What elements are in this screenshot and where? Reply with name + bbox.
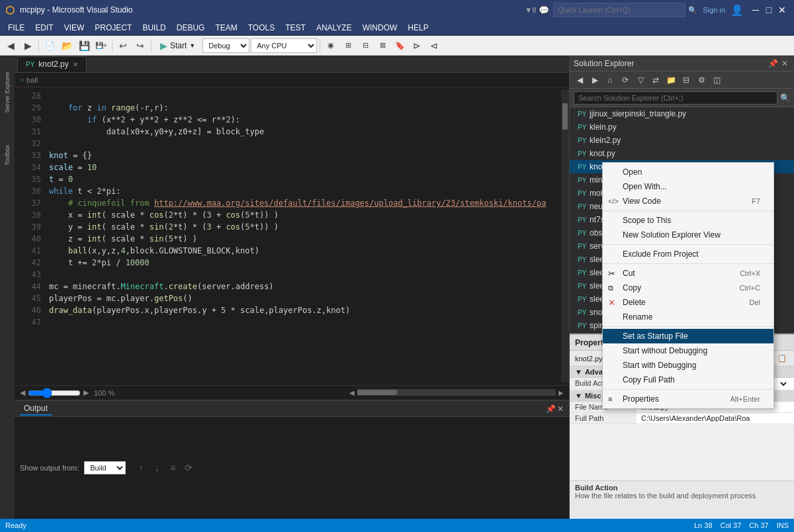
- se-collapse-button[interactable]: ⊟: [679, 73, 693, 87]
- menu-analyze[interactable]: ANALYZE: [311, 20, 357, 36]
- list-item[interactable]: PY jjinux_sierpinski_triangle.py: [570, 107, 794, 120]
- minimize-button[interactable]: ─: [749, 3, 762, 17]
- menu-team[interactable]: TEAM: [210, 20, 242, 36]
- new-file-button[interactable]: 📄: [42, 38, 58, 53]
- menu-project[interactable]: PROJECT: [89, 20, 137, 36]
- se-search-input[interactable]: [574, 91, 777, 105]
- cm-item-exclude[interactable]: Exclude From Project: [603, 247, 773, 261]
- cm-item-open[interactable]: Open: [603, 165, 773, 179]
- close-button[interactable]: ✕: [775, 3, 789, 17]
- code-content[interactable]: for z in range(-r,r): if (x**2 + y**2 + …: [44, 90, 561, 382]
- breakpoints-button[interactable]: ◉: [323, 38, 339, 53]
- output-btn-2[interactable]: ↓: [150, 461, 164, 474]
- se-files-button[interactable]: 📁: [664, 73, 678, 87]
- se-close-button[interactable]: ✕: [779, 58, 790, 69]
- copy-label: Copy: [623, 283, 641, 292]
- output-btn-1[interactable]: ↑: [134, 461, 148, 474]
- zoom-in-button[interactable]: ▶: [83, 388, 89, 397]
- menu-build[interactable]: BUILD: [137, 20, 171, 36]
- toolbar-btn-5[interactable]: ⊞: [340, 38, 356, 53]
- cm-item-rename[interactable]: Rename: [603, 310, 773, 324]
- start-button[interactable]: ▶ Start ▼: [154, 39, 201, 52]
- toolbox-label[interactable]: Toolbox: [3, 142, 12, 168]
- se-filter-button[interactable]: ▽: [633, 73, 648, 87]
- config-select[interactable]: Debug Release: [202, 38, 249, 53]
- se-sync-button[interactable]: ⇄: [648, 73, 663, 87]
- quick-launch-input[interactable]: [553, 3, 685, 17]
- toolbar-btn-8[interactable]: ⊳: [409, 38, 425, 53]
- menu-window[interactable]: WINDOW: [357, 20, 403, 36]
- h-scrollbar-thumb[interactable]: [357, 390, 397, 395]
- scrollbar-thumb[interactable]: [562, 103, 568, 130]
- zoom-control[interactable]: ◀ ▶ 100 %: [20, 388, 114, 398]
- cm-item-cut[interactable]: ✂ Cut Ctrl+X: [603, 266, 773, 281]
- toolbar-btn-6[interactable]: ⊟: [357, 38, 373, 53]
- cm-item-view-code[interactable]: </> View Code F7: [603, 194, 773, 208]
- py-file-icon: PY: [578, 216, 587, 224]
- maximize-button[interactable]: □: [762, 3, 775, 17]
- h-scrollbar-track[interactable]: [357, 389, 556, 396]
- platform-select[interactable]: Any CPU: [251, 38, 317, 53]
- section-label: Misc: [585, 392, 601, 400]
- save-button[interactable]: 💾: [76, 38, 92, 53]
- menu-tools[interactable]: TOOLS: [243, 20, 280, 36]
- save-all-button[interactable]: 💾+: [93, 38, 109, 53]
- toolbar-btn-9[interactable]: ⊲: [426, 38, 442, 53]
- output-source-select[interactable]: Build Debug: [84, 461, 126, 474]
- cm-item-copy-full-path[interactable]: Copy Full Path: [603, 373, 773, 387]
- menu-help[interactable]: HELP: [402, 20, 433, 36]
- output-close-button[interactable]: ✕: [557, 404, 564, 414]
- se-pin-button[interactable]: 📌: [768, 58, 778, 69]
- scroll-left-button[interactable]: ◀: [349, 389, 355, 396]
- cm-item-properties[interactable]: ≡ Properties Alt+Enter: [603, 392, 773, 406]
- cm-item-set-startup[interactable]: Set as Startup File: [603, 329, 773, 343]
- forward-button[interactable]: ▶: [20, 38, 36, 53]
- menu-test[interactable]: TEST: [280, 20, 311, 36]
- se-refresh-button[interactable]: ⟳: [618, 73, 633, 87]
- prop-pages-btn[interactable]: 📋: [775, 353, 789, 365]
- tab-close-icon[interactable]: ✕: [73, 61, 78, 68]
- separator-3: [151, 39, 152, 52]
- list-item[interactable]: PY klein2.py: [570, 134, 794, 147]
- cm-item-new-se-view[interactable]: New Solution Explorer View: [603, 228, 773, 242]
- se-properties-button[interactable]: ⚙: [694, 73, 709, 87]
- scroll-right-button[interactable]: ▶: [558, 389, 564, 396]
- menu-view[interactable]: VIEW: [59, 20, 90, 36]
- menu-edit[interactable]: EDIT: [30, 20, 58, 36]
- bookmark-button[interactable]: 🔖: [392, 38, 408, 53]
- se-preview-button[interactable]: ◫: [709, 73, 724, 87]
- cm-item-delete[interactable]: ✕ Delete Del: [603, 295, 773, 310]
- cm-item-start-no-debug[interactable]: Start without Debugging: [603, 343, 773, 358]
- code-editor[interactable]: 28 29 30 31 32 33 34 35 36 37 38 39 40 4…: [15, 87, 569, 385]
- title-search-area[interactable]: ▼8 💬 🔍: [525, 3, 697, 17]
- editor-scrollbar-h[interactable]: ◀ ▶: [349, 389, 564, 396]
- list-item[interactable]: PY knot.py: [570, 147, 794, 160]
- signin-label[interactable]: Sign in: [703, 6, 725, 14]
- se-back-button[interactable]: ◀: [572, 73, 587, 87]
- cm-item-open-with[interactable]: Open With...: [603, 179, 773, 194]
- vertical-scrollbar[interactable]: [561, 90, 569, 382]
- cm-item-copy[interactable]: ⧉ Copy Ctrl+C: [603, 281, 773, 295]
- undo-button[interactable]: ↩: [115, 38, 131, 53]
- zoom-slider[interactable]: [28, 388, 81, 398]
- cm-item-scope[interactable]: Scope to This: [603, 213, 773, 228]
- back-button[interactable]: ◀: [3, 38, 19, 53]
- line-numbers: 28 29 30 31 32 33 34 35 36 37 38 39 40 4…: [15, 90, 44, 382]
- output-tab[interactable]: Output: [20, 402, 52, 416]
- output-btn-3[interactable]: ≡: [165, 461, 180, 474]
- output-btn-4[interactable]: ⟳: [181, 461, 196, 474]
- redo-button[interactable]: ↪: [132, 38, 148, 53]
- menu-debug[interactable]: DEBUG: [171, 20, 210, 36]
- toolbar-btn-7[interactable]: ⊠: [375, 38, 390, 53]
- editor-tab-knot2[interactable]: PY knot2.py ✕: [17, 56, 87, 72]
- list-item[interactable]: PY klein.py: [570, 120, 794, 134]
- se-home-button[interactable]: ⌂: [603, 73, 617, 87]
- server-explorer-label[interactable]: Server Explorer: [3, 69, 12, 116]
- signal-icon: ▼8: [525, 6, 536, 14]
- open-button[interactable]: 📂: [59, 38, 75, 53]
- menu-file[interactable]: FILE: [3, 20, 30, 36]
- zoom-out-button[interactable]: ◀: [20, 388, 25, 397]
- se-forward-button[interactable]: ▶: [588, 73, 602, 87]
- cm-item-start-debug[interactable]: Start with Debugging: [603, 358, 773, 373]
- output-pin-button[interactable]: 📌: [546, 404, 556, 414]
